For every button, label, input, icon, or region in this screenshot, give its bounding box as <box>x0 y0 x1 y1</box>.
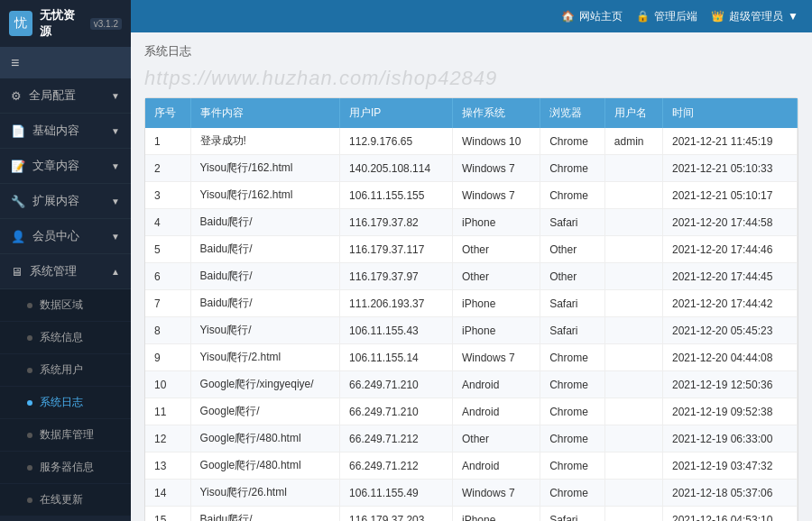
table-cell <box>604 425 662 452</box>
chevron-down-icon: ▼ <box>788 10 798 23</box>
sidebar-item-basic-content[interactable]: 📄基础内容 ▼ <box>0 114 131 149</box>
table-cell <box>604 155 662 182</box>
sidebar-item-online-update[interactable]: 在线更新 <box>0 484 131 516</box>
table-cell: 13 <box>145 452 190 480</box>
system-icon: 🖥 <box>11 265 23 279</box>
menu-toggle[interactable]: ≡ <box>0 48 131 78</box>
table-cell: 2021-12-20 17:44:45 <box>662 263 797 290</box>
table-cell: iPhone <box>453 290 540 317</box>
table-cell: Baidu爬行/ <box>190 236 339 263</box>
dot-icon <box>27 400 32 406</box>
chevron-icon: ▼ <box>111 232 120 242</box>
chevron-icon: ▼ <box>111 197 120 206</box>
dot-icon <box>27 498 32 503</box>
table-cell <box>604 344 662 371</box>
table-row: 12Google爬行/480.html66.249.71.212OtherChr… <box>145 425 798 452</box>
table-cell: 2021-12-21 05:10:33 <box>662 155 797 182</box>
col-header-time: 时间 <box>662 98 797 128</box>
table-cell: Windows 7 <box>453 344 540 371</box>
table-cell: 1 <box>145 128 190 155</box>
table-cell: Chrome <box>540 128 605 155</box>
sidebar-item-member-center[interactable]: 👤会员中心 ▼ <box>0 219 131 254</box>
table-cell: Android <box>453 371 540 398</box>
table-cell: 2021-12-19 06:33:00 <box>662 425 797 452</box>
table-cell: 5 <box>145 236 190 263</box>
table-cell: iPhone <box>453 507 540 522</box>
table-cell: Baidu爬行/ <box>190 507 339 522</box>
admin-user-menu[interactable]: 👑 超级管理员 ▼ <box>711 9 798 24</box>
table-row: 6Baidu爬行/116.179.37.97OtherOther2021-12-… <box>145 263 798 290</box>
table-cell: Chrome <box>540 344 605 371</box>
table-cell: Yisou爬行/ <box>190 317 339 344</box>
table-cell: 116.179.37.82 <box>340 209 453 236</box>
sidebar-item-system-log[interactable]: 系统日志 <box>0 387 131 419</box>
sidebar-item-system-info[interactable]: 系统信息 <box>0 322 131 354</box>
sidebar-item-system-manage[interactable]: 🖥系统管理 ▲ <box>0 254 131 289</box>
table-cell: Baidu爬行/ <box>190 263 339 290</box>
table-cell: Chrome <box>540 480 605 507</box>
table-cell: 2021-12-20 17:44:42 <box>662 290 797 317</box>
table-cell: 2021-12-19 12:50:36 <box>662 371 797 398</box>
sidebar-item-db-manage[interactable]: 数据库管理 <box>0 419 131 452</box>
table-cell: Yisou爬行/2.html <box>190 344 339 371</box>
table-cell: 11 <box>145 398 190 425</box>
col-header-ip: 用户IP <box>340 98 453 128</box>
table-cell: iPhone <box>453 317 540 344</box>
table-cell: 66.249.71.210 <box>340 398 453 425</box>
manage-backend-label: 管理后端 <box>654 9 697 24</box>
manage-backend-link[interactable]: 🔒 管理后端 <box>636 9 697 24</box>
table-cell: Chrome <box>540 182 605 209</box>
breadcrumb: 系统日志 <box>144 43 798 59</box>
member-icon: 👤 <box>11 230 25 243</box>
table-cell: Windows 7 <box>453 182 540 209</box>
sidebar-item-global-config[interactable]: ⚙全局配置 ▼ <box>0 78 131 114</box>
table-row: 15Baidu爬行/116.179.37.203iPhoneSafari2021… <box>145 507 798 522</box>
admin-label: 超级管理员 <box>729 9 783 24</box>
home-icon: 🏠 <box>561 10 575 23</box>
logo-icon: 忧 <box>9 11 32 36</box>
table-cell: 2021-12-20 05:45:23 <box>662 317 797 344</box>
table-cell <box>604 452 662 480</box>
table-cell: Google爬行/480.html <box>190 425 339 452</box>
table-cell <box>604 209 662 236</box>
main-area: 🏠 网站主页 🔒 管理后端 👑 超级管理员 ▼ 系统日志 https://www… <box>131 0 812 521</box>
table-cell: 登录成功! <box>190 128 339 155</box>
table-row: 13Google爬行/480.html66.249.71.212AndroidC… <box>145 452 798 480</box>
table-cell <box>604 398 662 425</box>
table-cell <box>604 507 662 522</box>
table-cell: 2 <box>145 155 190 182</box>
table-cell: Chrome <box>540 155 605 182</box>
table-cell: Windows 10 <box>453 128 540 155</box>
version-badge: v3.1.2 <box>90 18 122 30</box>
table-cell: Chrome <box>540 398 605 425</box>
table-cell <box>604 263 662 290</box>
table-cell <box>604 236 662 263</box>
dot-icon <box>27 303 32 308</box>
sidebar-item-data-region[interactable]: 数据区域 <box>0 289 131 322</box>
table-cell <box>604 480 662 507</box>
dot-icon <box>27 433 32 438</box>
sidebar-item-extend-content[interactable]: 🔧扩展内容 ▼ <box>0 184 131 219</box>
table-cell: Yisou爬行/162.html <box>190 182 339 209</box>
table-cell: Google爬行/480.html <box>190 452 339 480</box>
admin-icon: 👑 <box>711 10 724 23</box>
table-cell: 116.179.37.203 <box>340 507 453 522</box>
table-cell: 8 <box>145 317 190 344</box>
website-home-link[interactable]: 🏠 网站主页 <box>561 9 623 24</box>
table-cell: 140.205.108.114 <box>340 155 453 182</box>
table-cell: Safari <box>540 209 605 236</box>
sidebar-item-article-content[interactable]: 📝文章内容 ▼ <box>0 149 131 184</box>
table-cell: Android <box>453 452 540 480</box>
table-cell: 106.11.155.43 <box>340 317 453 344</box>
table-cell: 7 <box>145 290 190 317</box>
table-cell: Windows 7 <box>453 155 540 182</box>
table-cell: Android <box>453 398 540 425</box>
chevron-icon: ▼ <box>111 126 120 136</box>
table-cell: 106.11.155.155 <box>340 182 453 209</box>
dot-icon <box>27 335 32 341</box>
article-icon: 📝 <box>11 160 25 173</box>
table-cell: 106.11.155.49 <box>340 480 453 507</box>
sidebar-item-system-users[interactable]: 系统用户 <box>0 354 131 387</box>
topbar: 🏠 网站主页 🔒 管理后端 👑 超级管理员 ▼ <box>131 0 812 32</box>
sidebar-item-server-info[interactable]: 服务器信息 <box>0 452 131 484</box>
